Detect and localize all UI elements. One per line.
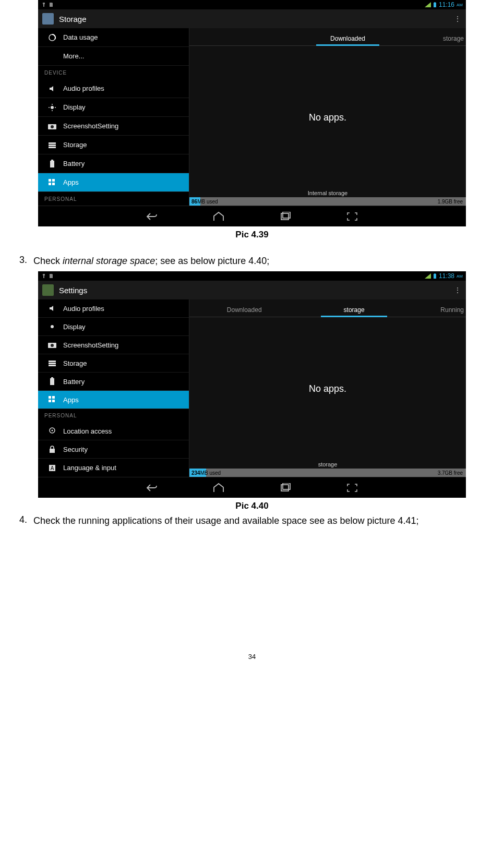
screenshot-button[interactable] [342, 210, 362, 223]
svg-rect-16 [51, 160, 53, 161]
sidebar-item-security[interactable]: Security [38, 440, 189, 459]
sidebar-item-location[interactable]: Location access [38, 422, 189, 440]
content-pane: Downloaded storage Running No apps. stor… [189, 299, 466, 477]
svg-rect-32 [49, 365, 56, 366]
svg-rect-0 [43, 3, 45, 4]
svg-rect-35 [49, 396, 51, 399]
tab-downloaded[interactable]: Downloaded [295, 35, 400, 45]
home-button[interactable] [209, 210, 229, 223]
storage-free: 3.7GB free [438, 470, 463, 476]
screenshot-button[interactable] [342, 482, 362, 494]
step-text: Check the running applications of their … [33, 514, 488, 527]
sd-icon [49, 273, 54, 279]
svg-rect-30 [49, 361, 56, 362]
svg-rect-24 [43, 275, 44, 278]
status-bar: 11:38 AM [38, 271, 466, 281]
svg-rect-36 [52, 396, 55, 399]
status-time: 11:16 [439, 1, 454, 8]
camera-icon [47, 122, 57, 131]
storage-icon [47, 358, 57, 368]
svg-point-29 [51, 344, 54, 347]
storage-used: 234MB used [189, 470, 221, 476]
sidebar-item-storage[interactable]: Storage [38, 136, 189, 154]
storage-bar: 234MB used 3.7GB free [189, 469, 466, 477]
svg-rect-14 [49, 147, 56, 148]
sidebar-item-label: Apps [63, 396, 79, 404]
settings-sidebar: Data usage More... DEVICE Audio profiles [38, 28, 189, 206]
language-icon: A [47, 463, 57, 473]
sidebar-item-data-usage[interactable]: Data usage [38, 28, 189, 47]
tab-storage[interactable]: storage [401, 35, 466, 45]
svg-rect-34 [51, 377, 53, 378]
storage-footer: Internal storage 86MB used 1.9GB free [189, 189, 466, 206]
storage-used-unit: MB used [200, 470, 221, 476]
sidebar-item-more[interactable]: More... [38, 47, 189, 66]
svg-rect-31 [49, 363, 56, 364]
app-bar: Storage ⋮ [38, 9, 466, 28]
tab-hidden-left[interactable] [189, 42, 295, 45]
recents-button[interactable] [275, 210, 295, 223]
sidebar-item-display[interactable]: Display [38, 98, 189, 117]
storage-used: 86MB used [189, 199, 218, 205]
sidebar-item-screenshot[interactable]: ScreenshotSetting [38, 117, 189, 136]
storage-used-val: 86 [191, 199, 197, 205]
sidebar-item-label: Security [63, 446, 88, 453]
sidebar-item-battery[interactable]: Battery [38, 373, 189, 391]
sidebar-item-apps[interactable]: Apps [38, 173, 189, 192]
home-button[interactable] [209, 482, 229, 494]
display-icon [47, 103, 57, 112]
storage-footer-title: storage [189, 460, 466, 469]
storage-icon [47, 140, 57, 150]
sidebar-header-personal: PERSONAL [38, 192, 189, 206]
svg-point-5 [51, 106, 54, 109]
svg-text:A: A [51, 465, 54, 471]
sidebar-item-storage[interactable]: Storage [38, 354, 189, 373]
tabs: Downloaded storage Running [189, 299, 466, 317]
recents-button[interactable] [275, 482, 295, 494]
nav-bar [38, 206, 466, 226]
svg-rect-12 [49, 142, 56, 144]
sidebar-item-label: ScreenshotSetting [63, 341, 118, 349]
tab-running[interactable]: Running [409, 306, 466, 317]
sidebar-item-screenshot[interactable]: ScreenshotSetting [38, 336, 189, 354]
sidebar-item-label: Display [63, 103, 86, 111]
sidebar-item-language[interactable]: A Language & input [38, 459, 189, 477]
sidebar-item-label: Audio profiles [63, 305, 104, 313]
sidebar-header-personal: PERSONAL [38, 409, 189, 422]
sidebar-item-audio[interactable]: Audio profiles [38, 299, 189, 318]
usb-icon [41, 2, 46, 7]
svg-rect-20 [52, 183, 55, 185]
svg-rect-18 [52, 179, 55, 182]
overflow-menu-icon[interactable]: ⋮ [454, 286, 462, 294]
audio-icon [47, 304, 57, 313]
tab-downloaded[interactable]: Downloaded [189, 306, 299, 317]
status-ampm: AM [457, 3, 463, 7]
sidebar-item-display[interactable]: Display [38, 318, 189, 336]
signal-icon [425, 2, 431, 7]
svg-rect-21 [281, 213, 289, 220]
svg-rect-23 [43, 274, 45, 275]
sidebar-item-battery[interactable]: Battery [38, 154, 189, 173]
sidebar-item-label: Battery [63, 160, 85, 167]
step3-a: Check [33, 256, 63, 266]
back-button[interactable] [142, 210, 162, 223]
storage-footer-title: Internal storage [189, 189, 466, 197]
tabs: Downloaded storage [189, 28, 466, 46]
tab-storage[interactable]: storage [299, 306, 409, 317]
sidebar-item-label: Apps [63, 178, 79, 186]
battery-icon [433, 2, 437, 8]
app-bar-title: Settings [59, 286, 454, 295]
step-3: 3. Check internal storage space; see as … [16, 255, 488, 267]
overflow-menu-icon[interactable]: ⋮ [454, 15, 462, 23]
screenshot-2: 11:38 AM Settings ⋮ Audio profiles [38, 271, 466, 498]
sidebar-item-label: Storage [63, 141, 87, 149]
status-left-icons [41, 2, 54, 7]
apps-icon [47, 395, 57, 404]
svg-point-27 [51, 325, 54, 328]
usb-icon [41, 273, 46, 279]
back-button[interactable] [142, 482, 162, 494]
nav-bar [38, 477, 466, 498]
status-time: 11:38 [439, 272, 454, 280]
sidebar-item-apps[interactable]: Apps [38, 391, 189, 409]
sidebar-item-audio[interactable]: Audio profiles [38, 79, 189, 98]
